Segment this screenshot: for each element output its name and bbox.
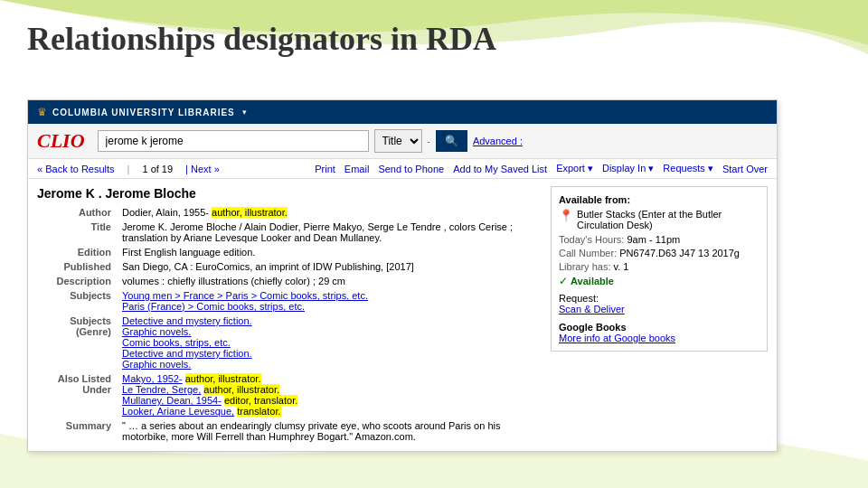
subject-link-1[interactable]: Young men > France > Paris > Comic books… — [122, 290, 368, 301]
author-name: Dodier, Alain, 1955- — [122, 207, 212, 218]
advanced-search-link[interactable]: Advanced : — [473, 136, 523, 146]
table-row: Published San Diego, CA : EuroComics, an… — [37, 259, 542, 274]
field-value-edition: First English language edition. — [118, 245, 542, 259]
back-to-results-link[interactable]: « Back to Results — [37, 164, 115, 174]
also-listed-role-3: editor, translator. — [224, 395, 297, 406]
location-text: Butler Stacks (Enter at the Butler Circu… — [577, 209, 760, 230]
result-count: 1 of 19 — [142, 164, 173, 174]
page-title: Relationships designators in RDA — [27, 20, 496, 58]
record-heading: Jerome K . Jerome Bloche — [37, 186, 542, 201]
search-type-select[interactable]: Title — [374, 129, 422, 153]
record-content: Jerome K . Jerome Bloche Author Dodier, … — [28, 179, 777, 451]
university-name: Columbia University Libraries — [52, 108, 235, 117]
google-books-section: Google Books More info at Google books — [559, 322, 760, 343]
table-row: Subjects(Genre) Detective and mystery fi… — [37, 314, 542, 371]
request-section: Request: Scan & Deliver — [559, 293, 760, 314]
google-books-link[interactable]: More info at Google books — [559, 333, 675, 343]
hours-row: Today's Hours: 9am - 11pm — [559, 234, 760, 245]
field-label-description: Description — [37, 274, 118, 288]
author-role-highlight: author, illustrator. — [212, 207, 288, 218]
call-number-row: Call Number: PN6747.D63 J47 13 2017g — [559, 248, 760, 258]
table-row: Description volumes : chiefly illustrati… — [37, 274, 542, 288]
record-side: Available from: 📍 Butler Stacks (Enter a… — [551, 186, 768, 444]
nav-bar: « Back to Results | 1 of 19 | Next » Pri… — [28, 159, 777, 179]
also-listed-role-4: translator. — [237, 406, 280, 417]
location-pin-icon: 📍 — [559, 209, 573, 222]
start-over-link[interactable]: Start Over — [722, 164, 768, 174]
genre-link-2[interactable]: Graphic novels. — [122, 326, 191, 337]
field-value-author: Dodier, Alain, 1955- author, illustrator… — [118, 205, 542, 220]
genre-link-5[interactable]: Graphic novels. — [122, 359, 191, 370]
field-label-subjects-genre: Subjects(Genre) — [37, 314, 118, 371]
add-to-saved-link[interactable]: Add to My Saved List — [453, 164, 547, 174]
search-input[interactable] — [98, 130, 369, 152]
field-label-also-listed: Also ListedUnder — [37, 371, 118, 418]
also-listed-role-1: author, illustrator. — [185, 373, 261, 384]
also-listed-link-1[interactable]: Makyo, 1952- — [122, 373, 183, 384]
genre-link-4[interactable]: Detective and mystery fiction. — [122, 348, 252, 359]
hours-label: Today's Hours: — [559, 234, 624, 245]
select-dash: - — [428, 136, 430, 146]
field-value-subjects-genre: Detective and mystery fiction. Graphic n… — [118, 314, 542, 371]
request-label: Request: — [559, 293, 599, 304]
status-row: ✓ Available — [559, 275, 760, 287]
search-row: CLIO Title - 🔍 Advanced : — [28, 124, 777, 159]
checkmark-icon: ✓ — [559, 275, 568, 287]
also-listed-role-2: author, illustrator. — [203, 384, 279, 395]
table-row: Also ListedUnder Makyo, 1952- author, il… — [37, 371, 542, 418]
field-label-subjects: Subjects — [37, 288, 118, 314]
field-value-subjects: Young men > France > Paris > Comic books… — [118, 288, 542, 314]
call-number-label: Call Number: — [559, 248, 617, 258]
columbia-header: ♛ Columbia University Libraries ▾ — [28, 100, 777, 124]
also-listed-link-4[interactable]: Looker, Ariane Levesque, — [122, 406, 234, 417]
availability-box: Available from: 📍 Butler Stacks (Enter a… — [551, 186, 768, 352]
field-value-description: volumes : chiefly illustrations (chiefly… — [118, 274, 542, 288]
table-row: Title Jerome K. Jerome Bloche / Alain Do… — [37, 220, 542, 245]
also-listed-link-3[interactable]: Mullaney, Dean, 1954- — [122, 395, 222, 406]
library-has-value: v. 1 — [614, 261, 629, 272]
record-table: Author Dodier, Alain, 1955- author, illu… — [37, 205, 542, 444]
status-badge: Available — [571, 276, 614, 286]
genre-link-3[interactable]: Comic books, strips, etc. — [122, 337, 231, 348]
field-label-published: Published — [37, 259, 118, 274]
subject-link-2[interactable]: Paris (France) > Comic books, strips, et… — [122, 301, 305, 312]
scan-deliver-link[interactable]: Scan & Deliver — [559, 304, 625, 314]
field-value-published: San Diego, CA : EuroComics, an imprint o… — [118, 259, 542, 274]
table-row: Summary " … a series about an endearingl… — [37, 418, 542, 444]
field-value-summary: " … a series about an endearingly clumsy… — [118, 418, 542, 444]
table-row: Subjects Young men > France > Paris > Co… — [37, 288, 542, 314]
genre-link-1[interactable]: Detective and mystery fiction. — [122, 315, 252, 326]
availability-title: Available from: — [559, 194, 760, 205]
table-row: Author Dodier, Alain, 1955- author, illu… — [37, 205, 542, 220]
export-dropdown[interactable]: Export ▾ — [556, 163, 593, 174]
print-link[interactable]: Print — [315, 164, 335, 174]
field-label-author: Author — [37, 205, 118, 220]
field-label-title: Title — [37, 220, 118, 245]
record-main: Jerome K . Jerome Bloche Author Dodier, … — [37, 186, 542, 444]
field-value-also-listed: Makyo, 1952- author, illustrator. Le Ten… — [118, 371, 542, 418]
next-link[interactable]: | Next » — [185, 164, 220, 174]
table-row: Edition First English language edition. — [37, 245, 542, 259]
nav-actions: Print Email Send to Phone Add to My Save… — [232, 163, 768, 174]
field-label-summary: Summary — [37, 418, 118, 444]
availability-location: 📍 Butler Stacks (Enter at the Butler Cir… — [559, 209, 760, 230]
nav-separator: | — [127, 164, 130, 174]
library-has-row: Library has: v. 1 — [559, 261, 760, 272]
send-to-phone-link[interactable]: Send to Phone — [378, 164, 444, 174]
search-button[interactable]: 🔍 — [436, 130, 467, 152]
google-books-title: Google Books — [559, 322, 760, 333]
requests-dropdown[interactable]: Requests ▾ — [663, 163, 713, 174]
crown-icon: ♛ — [37, 106, 47, 118]
field-value-title: Jerome K. Jerome Bloche / Alain Dodier, … — [118, 220, 542, 245]
clio-logo: CLIO — [37, 129, 85, 153]
display-in-dropdown[interactable]: Display In ▾ — [602, 163, 654, 174]
catalog-panel: ♛ Columbia University Libraries ▾ CLIO T… — [27, 99, 778, 452]
header-dropdown-arrow[interactable]: ▾ — [242, 108, 247, 117]
call-number-value: PN6747.D63 J47 13 2017g — [619, 248, 740, 258]
library-has-label: Library has: — [559, 261, 610, 272]
hours-value: 9am - 11pm — [627, 234, 680, 245]
also-listed-link-2[interactable]: Le Tendre, Serge, — [122, 384, 201, 395]
field-label-edition: Edition — [37, 245, 118, 259]
email-link[interactable]: Email — [344, 164, 370, 174]
